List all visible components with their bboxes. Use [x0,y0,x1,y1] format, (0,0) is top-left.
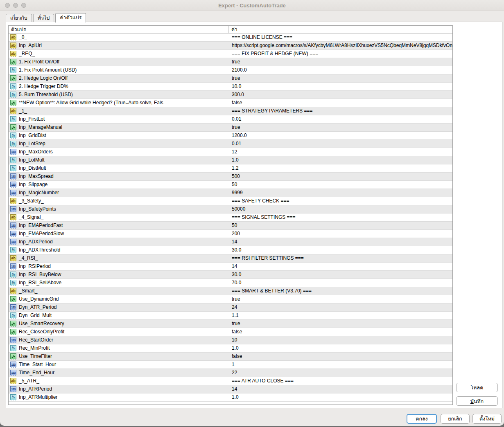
param-row[interactable]: 123Inp_EMAPeriodFast50 [9,222,452,230]
param-row[interactable]: ½Rec_MinProfit1.0 [9,344,452,353]
param-value[interactable]: 0.01 [229,115,452,123]
param-row[interactable]: ab_REQ_=== FIX PROFIT & HEDGE (NEW) === [9,50,452,58]
param-value[interactable]: true [229,58,452,66]
param-row[interactable]: Use_TimeFilterfalse [9,353,452,361]
param-value[interactable]: false [229,99,452,107]
minimize-window-icon[interactable] [13,3,18,8]
param-value[interactable]: 14 [229,385,452,393]
param-value[interactable]: 1 [229,361,452,369]
param-row[interactable]: ab_1_=== STRATEGY PARAMETERS === [9,107,452,115]
param-value[interactable]: 12 [229,148,452,156]
param-row[interactable]: ab_4_RSI_=== RSI FILTER SETTINGS === [9,254,452,263]
param-value[interactable]: 1.2 [229,164,452,172]
param-row[interactable]: ½2. Hedge Trigger DD%10.0 [9,83,452,91]
param-value[interactable]: === SIGNAL SETTINGS === [229,214,452,221]
param-value[interactable]: 300.0 [229,91,452,99]
param-row[interactable]: ½Inp_GridDist1200.0 [9,132,452,140]
param-value[interactable]: 500 [229,173,452,180]
param-value[interactable]: === ONLINE LICENSE === [229,34,452,41]
param-value[interactable]: 1.1 [229,312,452,319]
close-window-icon[interactable] [5,3,10,8]
param-value[interactable]: true [229,295,452,303]
param-value[interactable]: 50 [229,181,452,189]
param-row[interactable]: 123Dyn_ATR_Period24 [9,303,452,312]
load-button[interactable]: โหลด [456,383,498,392]
param-value[interactable]: === FIX PROFIT & HEDGE (NEW) === [229,50,452,58]
reset-button[interactable]: ตั้งใหม่ [472,414,502,424]
param-row[interactable]: 123Time_Start_Hour1 [9,361,452,369]
param-row[interactable]: 123Time_End_Hour22 [9,369,452,377]
param-row[interactable]: ½Inp_ADXThreshold30.0 [9,246,452,254]
param-row[interactable]: Inp_ManageManualtrue [9,124,452,132]
param-row[interactable]: ab_Smart_=== SMART & BETTER (V3.70) === [9,287,452,295]
ok-button[interactable]: ตกลง [407,414,437,424]
param-value[interactable]: 1.0 [229,393,452,401]
zoom-window-icon[interactable] [21,3,26,8]
param-value[interactable]: 1.0 [229,156,452,164]
param-row[interactable]: ½Inp_RSI_SellAbove70.0 [9,279,452,287]
param-value[interactable]: === STRATEGY PARAMETERS === [229,107,452,115]
param-row[interactable]: 123Inp_MagicNumber9999 [9,189,452,197]
param-row[interactable]: 123Inp_ADXPeriod14 [9,238,452,246]
param-value[interactable]: true [229,320,452,328]
window-controls[interactable] [5,3,26,8]
param-value[interactable]: === SMART & BETTER (V3.70) === [229,287,452,295]
param-row[interactable]: ab_5_ATR_=== ATR AUTO CLOSE === [9,377,452,385]
param-row[interactable]: ab_3_Safety_=== SAFETY CHECK === [9,197,452,205]
param-value[interactable]: 2100.0 [229,66,452,74]
param-value[interactable]: 50 [229,222,452,229]
param-row[interactable]: 1. Fix Profit On/Offtrue [9,58,452,66]
param-value[interactable]: 0.01 [229,140,452,148]
param-row[interactable]: 123Inp_MaxOrders12 [9,148,452,156]
param-row[interactable]: 123Inp_SafetyPoints50000 [9,205,452,214]
param-value[interactable]: 1.0 [229,344,452,352]
param-value[interactable]: 14 [229,263,452,270]
cancel-button[interactable]: ยกเลิก [441,414,470,424]
param-value[interactable]: 30.0 [229,246,452,254]
param-value[interactable]: 14 [229,238,452,246]
param-value[interactable]: https://script.google.com/macros/s/AKfyc… [229,42,452,49]
param-row[interactable]: Rec_CloseOnlyProfitfalse [9,328,452,336]
param-value[interactable]: false [229,353,452,360]
param-value[interactable]: 70.0 [229,279,452,287]
column-header-value[interactable]: ค่า [229,26,452,33]
param-row[interactable]: ½Inp_FirstLot0.01 [9,115,452,124]
param-row[interactable]: ab_0_=== ONLINE LICENSE === [9,34,452,42]
column-header-variable[interactable]: ตัวแปร [9,26,229,33]
param-value[interactable]: 50000 [229,205,452,213]
save-button[interactable]: บันทึก [456,396,498,406]
param-row[interactable]: ½Inp_RSI_BuyBelow30.0 [9,271,452,279]
param-row[interactable]: Use_DynamicGridtrue [9,295,452,303]
param-value[interactable]: true [229,74,452,82]
param-row[interactable]: Use_SmartRecoverytrue [9,320,452,328]
param-row[interactable]: ½Inp_ATRMultiplier1.0 [9,393,452,402]
param-value[interactable]: 30.0 [229,271,452,279]
param-value[interactable]: 200 [229,230,452,238]
param-row[interactable]: **NEW Option**: Allow Grid while Hedged?… [9,99,452,107]
param-row[interactable]: ½1. Fix Profit Amount (USD)2100.0 [9,66,452,74]
param-row[interactable]: ½Dyn_Grid_Mult1.1 [9,312,452,320]
param-row[interactable]: abInp_ApiUrlhttps://script.google.com/ma… [9,42,452,50]
param-row[interactable]: ½5. Burn Threshold (USD)300.0 [9,91,452,99]
param-row[interactable]: ½Inp_LotStep0.01 [9,140,452,148]
param-value[interactable]: 22 [229,369,452,377]
param-value[interactable]: 24 [229,303,452,311]
tab-inputs[interactable]: ค่าตัวแปร [55,13,86,22]
param-value[interactable]: 10 [229,336,452,344]
param-value[interactable]: === RSI FILTER SETTINGS === [229,254,452,262]
param-row[interactable]: ½Inp_LotMult1.0 [9,156,452,164]
tab-common[interactable]: ทั่วไป [33,14,54,22]
param-row[interactable]: 123Inp_MaxSpread500 [9,173,452,181]
param-value[interactable]: 1200.0 [229,132,452,139]
tab-about[interactable]: เกี่ยวกับ [6,14,32,22]
param-value[interactable]: false [229,328,452,336]
param-row[interactable]: 123Inp_Slippage50 [9,181,452,189]
param-value[interactable]: true [229,124,452,131]
param-value[interactable]: 10.0 [229,83,452,90]
param-value[interactable]: === ATR AUTO CLOSE === [229,377,452,385]
param-row[interactable]: ab_4_Signal_=== SIGNAL SETTINGS === [9,214,452,222]
param-value[interactable]: === SAFETY CHECK === [229,197,452,205]
param-row[interactable]: 123Inp_ATRPeriod14 [9,385,452,393]
param-row[interactable]: ½Inp_DistMult1.2 [9,164,452,173]
param-row[interactable]: 123Rec_StartOrder10 [9,336,452,344]
